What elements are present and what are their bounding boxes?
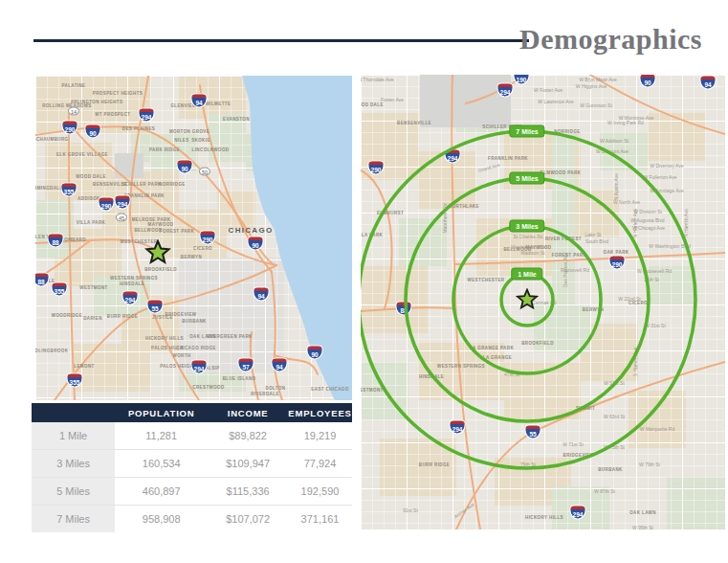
town-label: BERWYN: [583, 307, 604, 312]
interstate-290-shield-icon: 290: [201, 232, 215, 244]
town-label: BELLWOOD: [134, 228, 162, 233]
town-label: LEMONT: [74, 364, 94, 369]
town-label: FOREST PARK: [552, 253, 586, 258]
shield-number: 90: [644, 79, 651, 87]
label-cell: 3 Miles: [32, 450, 115, 478]
street-label: W 87th St: [594, 488, 615, 494]
employees-cell: 192,590: [288, 478, 352, 506]
shield-number: 355: [55, 288, 65, 296]
radius-ring-label: 3 Miles: [509, 220, 544, 233]
town-label: LOMBARD: [61, 237, 86, 242]
town-label: PROSPECT HEIGHTS: [93, 91, 143, 96]
population-cell: 160,534: [115, 450, 208, 478]
town-label: HINSDALE: [120, 282, 144, 286]
shield-number: 55: [151, 305, 158, 313]
street-label: W Armitage Ave: [650, 188, 683, 193]
table-row: 3 Miles160,534$109,94777,924: [32, 450, 352, 478]
shield-number: 294: [500, 89, 511, 97]
town-label: ALSIP: [205, 366, 219, 371]
shield-number: 90: [181, 166, 188, 173]
shield-number: 290: [371, 167, 382, 174]
street-label: W Roosevelt Rd: [637, 268, 672, 274]
town-label: WOOD DALE: [76, 174, 106, 179]
column-header: POPULATION: [115, 403, 208, 422]
town-label: BLUE ISLAND: [223, 376, 256, 381]
street-label: W Fullerton Ave: [643, 174, 676, 180]
shield-number: 290: [101, 203, 112, 211]
interstate-355-shield-icon: 355: [68, 374, 82, 387]
demographics-page: Demographics: [0, 0, 728, 563]
street-label: W 22nd St: [618, 296, 640, 302]
town-label: BRIDGEVIEW: [165, 312, 196, 317]
income-cell: $107,072: [208, 506, 288, 533]
town-label: WORTH: [173, 353, 191, 358]
street-label: W Addison St: [600, 138, 629, 144]
street-label: W 75th St: [604, 444, 625, 450]
street-label: W Belmont Ave: [596, 148, 629, 154]
street-label: W Bryn Mawr Ave: [579, 77, 617, 82]
town-label: MAYWOOD: [148, 222, 174, 227]
town-label: ROLLING MEADOWS: [42, 103, 92, 108]
town-label: MORTON GROVE: [169, 129, 210, 134]
shield-number: 294: [125, 297, 136, 304]
interstate-294-shield-icon: 294: [451, 421, 465, 434]
street-label: 47th St: [504, 372, 519, 377]
street-label: 91st St: [403, 507, 418, 513]
town-label: WOODRIDGE: [52, 313, 82, 318]
street-label: W Washington Blvd: [649, 243, 690, 249]
town-label: BURR RIDGE: [419, 462, 451, 467]
town-label: VILLA PARK: [77, 220, 106, 225]
overview-map: PALATINEPROSPECT HEIGHTSARLINGTON HEIGHT…: [35, 76, 352, 400]
town-label: ELMWOOD PARK: [540, 170, 581, 175]
town-label: DES PLAINES: [122, 126, 155, 131]
town-label: NORRIDGE: [159, 182, 185, 187]
interstate-290-shield-icon: 290: [610, 257, 625, 269]
shield-number: 94: [276, 364, 282, 372]
town-label: EVANSTON: [223, 117, 250, 122]
shield-number: 90: [252, 242, 258, 250]
town-label: BLOOMINGDALE: [35, 186, 63, 191]
street-label: W Irving Park Rd: [607, 120, 644, 125]
street-label: W Diversey Ave: [650, 163, 683, 169]
population-cell: 460,897: [115, 478, 208, 506]
site-star: [144, 239, 171, 266]
column-header: [32, 403, 115, 422]
interstate-290-shield-icon: 290: [63, 122, 77, 134]
shield-number: 88: [400, 307, 407, 315]
town-label: VILLA PARK: [361, 233, 383, 237]
street-label: W Higgins Ave: [576, 83, 607, 89]
shield-number: 290: [612, 261, 623, 269]
street-label: Lake St: [585, 232, 602, 237]
town-label: HINSDALE: [419, 374, 444, 379]
town-label: LA GRANGE: [483, 355, 512, 360]
town-label: BURBANK: [598, 467, 623, 472]
shield-number: 57: [242, 364, 249, 372]
town-label: BROOKFIELD: [521, 341, 554, 346]
town-label: FRANKLIN PARK: [488, 156, 528, 161]
street-label: 16th St: [644, 277, 659, 282]
street-label: Foster Ave: [381, 97, 404, 102]
shield-number: 88: [52, 239, 58, 247]
street-label: St Charles Rd: [513, 234, 542, 239]
town-label: RIVER FOREST: [545, 236, 582, 241]
town-label: LA GRANGE PARK: [470, 346, 514, 350]
street-label: S Harlem Ave: [632, 348, 638, 376]
shield-number: 88: [37, 279, 44, 286]
town-label: RIVERDALE: [251, 392, 279, 396]
street-label: W 31st St: [645, 323, 666, 328]
street-label: W Marquette Rd: [640, 426, 674, 432]
shield-number: 94: [195, 100, 202, 107]
shield-number: 94: [704, 81, 711, 89]
town-label: ELMHURST: [377, 211, 404, 215]
town-label: EAST CHICAGO: [311, 387, 348, 392]
town-label: BURBANK: [182, 319, 207, 324]
interstate-290-shield-icon: 290: [369, 162, 384, 174]
interstate-355-shield-icon: 355: [53, 283, 67, 296]
town-label: WOOD DALE: [361, 102, 384, 107]
radius-ring-label: 5 Miles: [509, 172, 544, 185]
town-label: WESTMONT: [361, 388, 384, 393]
shield-number: 294: [142, 114, 152, 122]
star-icon: [144, 239, 171, 266]
interstate-355-shield-icon: 355: [62, 184, 77, 196]
town-label: HICKORY HILLS: [145, 336, 184, 341]
